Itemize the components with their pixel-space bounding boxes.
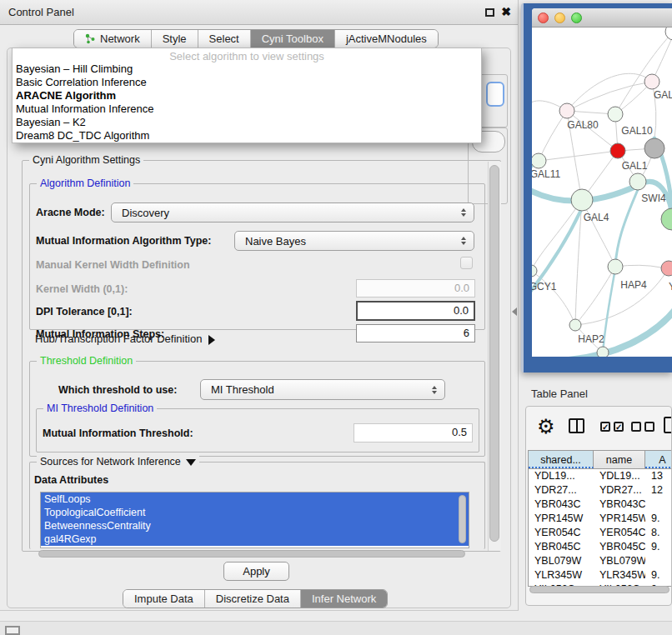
document-icon[interactable] — [664, 417, 672, 433]
tab-cyni-toolbox[interactable]: Cyni Toolbox — [251, 30, 335, 48]
cyni-settings-group-title: Cyni Algorithm Settings — [29, 154, 143, 166]
threshold-definition-title: Threshold Definition — [37, 355, 136, 367]
data-attribute-item[interactable]: BetweennessCentrality — [41, 519, 469, 532]
table-panel-title: Table Panel — [531, 388, 588, 400]
traffic-light-minimize-icon[interactable] — [554, 12, 565, 23]
unchecked-checkbox-icon[interactable] — [631, 422, 641, 432]
node-label: GAL4 — [584, 212, 609, 223]
settings-hscrollbar-thumb[interactable] — [38, 550, 465, 558]
which-threshold-select[interactable]: MI Threshold — [200, 379, 445, 400]
data-attribute-item[interactable]: gal4RGexp — [41, 532, 469, 546]
mi-steps-field[interactable]: 6 — [356, 324, 475, 342]
edge[interactable] — [539, 151, 618, 161]
graph-node[interactable] — [610, 143, 625, 158]
edge[interactable] — [539, 111, 567, 161]
node-attribute-table[interactable]: shared...nameA YDL19...YDL19...13YDR27..… — [528, 450, 672, 587]
graph-node[interactable] — [608, 107, 623, 122]
close-icon[interactable]: ✖ — [501, 5, 511, 18]
algorithm-option[interactable]: Dream8 DC_TDC Algorithm — [13, 129, 481, 142]
tab-discretize-data[interactable]: Discretize Data — [205, 590, 301, 608]
control-panel-titlebar: Control Panel ✖ — [0, 0, 518, 25]
table-cell: 9. — [645, 540, 672, 554]
graph-node[interactable] — [629, 173, 646, 190]
table-cell: YBR045C — [594, 540, 645, 554]
graph-node[interactable] — [569, 319, 581, 331]
split-columns-icon[interactable] — [569, 418, 584, 433]
graph-node[interactable] — [571, 189, 593, 211]
table-row[interactable]: YDR27...YDR27...12 — [529, 483, 672, 498]
table-row[interactable]: YPR145WYPR145W9. — [529, 512, 672, 526]
aracne-mode-select[interactable]: Discovery — [111, 202, 474, 222]
column-header[interactable]: A — [645, 451, 672, 468]
kernel-width-label: Kernel Width (0,1): — [36, 283, 128, 295]
edge[interactable] — [575, 267, 615, 325]
network-graph-canvas[interactable]: GALGAL80GAL10GAL1GAL11SWI4GAL4GCY1HAP4YH… — [532, 28, 672, 357]
hub-factor-section-toggle[interactable]: Hub/Transcription Factor Definition — [35, 332, 215, 345]
float-window-icon[interactable] — [485, 8, 494, 17]
table-row[interactable]: YDL19...YDL19...13 — [529, 469, 672, 483]
tab-impute-data[interactable]: Impute Data — [123, 590, 205, 608]
kernel-width-field[interactable]: 0.0 — [356, 279, 475, 298]
dpi-tolerance-field[interactable]: 0.0 — [356, 301, 475, 321]
mi-threshold-field[interactable]: 0.5 — [354, 423, 473, 442]
checked-checkbox-icon[interactable]: ✓ — [614, 422, 624, 432]
edge[interactable] — [615, 32, 672, 114]
graph-node[interactable] — [661, 208, 672, 230]
tab-style[interactable]: Style — [152, 30, 198, 48]
algorithm-option[interactable]: Bayesian – K2 — [13, 116, 481, 129]
tab-network[interactable]: Network — [74, 30, 152, 48]
graph-node[interactable] — [644, 74, 659, 89]
manual-kernel-width-checkbox[interactable] — [460, 257, 473, 269]
traffic-light-zoom-icon[interactable] — [571, 12, 582, 23]
graph-node[interactable] — [597, 347, 609, 357]
table-row[interactable]: YLR345WYLR345W9. — [529, 568, 672, 582]
edge[interactable] — [567, 82, 652, 111]
mi-algorithm-type-select[interactable]: Naive Bayes — [234, 231, 474, 251]
graph-node[interactable] — [665, 28, 672, 40]
traffic-light-close-icon[interactable] — [538, 12, 549, 23]
graph-node[interactable] — [532, 153, 546, 168]
graph-node[interactable] — [644, 138, 664, 158]
apply-button[interactable]: Apply — [223, 562, 289, 581]
table-row[interactable]: YBR045CYBR045C9. — [529, 540, 672, 554]
node-label: GCY1 — [532, 281, 557, 292]
gear-icon[interactable]: ⚙ — [537, 414, 555, 439]
column-header[interactable]: shared... — [529, 451, 594, 468]
mi-threshold-label: Mutual Information Threshold: — [43, 428, 193, 439]
table-row[interactable]: YER054CYER054C8. — [529, 526, 672, 540]
highlighted-edge[interactable] — [615, 186, 639, 265]
edge[interactable] — [575, 268, 669, 325]
network-view-frame[interactable]: GALGAL80GAL10GAL1GAL11SWI4GAL4GCY1HAP4YH… — [521, 3, 672, 372]
highlighted-edge[interactable] — [603, 268, 615, 354]
algorithm-definition-title: Algorithm Definition — [37, 178, 133, 189]
tab-select[interactable]: Select — [198, 30, 251, 48]
graph-node[interactable] — [661, 261, 672, 276]
graph-node[interactable] — [559, 103, 574, 118]
tab-jactivemnodules[interactable]: jActiveMNodules — [335, 30, 438, 48]
panel-splitter-arrow-icon[interactable] — [512, 308, 517, 316]
edge[interactable] — [532, 200, 582, 271]
network-window-titlebar[interactable] — [532, 8, 672, 28]
data-attributes-list[interactable]: SelfLoopsTopologicalCoefficientBetweenne… — [40, 492, 469, 548]
table-cell: YPR145W — [594, 512, 645, 526]
settings-scrollbar-thumb[interactable] — [489, 165, 499, 542]
table-panel: ⚙ ✓ ✓ shared...nameA YDL19...YDL19...13Y… — [525, 406, 672, 606]
graph-node[interactable] — [608, 259, 623, 274]
algorithm-option[interactable]: Bayesian – Hill Climbing — [13, 62, 481, 76]
dpi-tolerance-label: DPI Tolerance [0,1]: — [36, 306, 133, 318]
table-row[interactable]: YBL079WYBL079W — [529, 554, 672, 568]
algorithm-option[interactable]: Basic Correlation Inference — [13, 76, 481, 89]
algorithm-option[interactable]: Mutual Information Inference — [13, 102, 481, 116]
unchecked-checkbox-icon[interactable] — [644, 422, 654, 432]
table-hscrollbar-thumb[interactable] — [529, 586, 669, 593]
list-scrollbar-thumb[interactable] — [459, 495, 466, 543]
algorithm-option[interactable]: ARACNE Algorithm — [13, 89, 481, 102]
cutoff-button-fragment[interactable] — [5, 626, 20, 635]
column-header[interactable]: name — [594, 451, 645, 468]
data-attribute-item[interactable]: TopologicalCoefficient — [41, 506, 469, 519]
sources-group-title[interactable]: Sources for Network Inference — [37, 456, 199, 468]
data-attribute-item[interactable]: SelfLoops — [41, 492, 469, 506]
checked-checkbox-icon[interactable]: ✓ — [600, 422, 610, 432]
tab-infer-network[interactable]: Infer Network — [301, 590, 387, 608]
table-row[interactable]: YBR043CYBR043C — [529, 498, 672, 512]
